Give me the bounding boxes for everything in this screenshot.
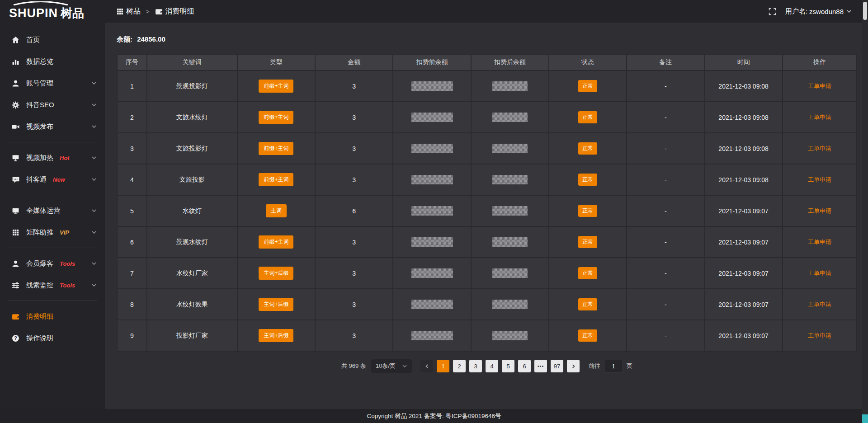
copyright-text: Copyright 树品 2021 备案号: 粤ICP备09019646号 [367,412,501,420]
remark-cell: - [627,195,704,226]
prev-page-button[interactable] [420,360,433,372]
sidebar-item-data-overview[interactable]: 数据总览 [0,51,105,72]
sidebar-item-matrix-boost[interactable]: 矩阵助推VIP [0,221,105,243]
work-order-link[interactable]: 工单申请 [808,145,831,152]
keyword-cell: 投影灯厂家 [147,320,237,351]
sidebar-item-label: 矩阵助推 [26,228,53,237]
sidebar-item-video-publish[interactable]: 视频发布 [0,116,105,137]
wallet-icon [11,313,20,320]
redacted-balance-after [492,268,528,278]
scrollbar-thumb[interactable] [863,2,867,20]
time-cell: 2021-12-03 09:08 [705,70,783,102]
page-button-4[interactable]: 4 [486,360,498,372]
chevron-down-icon [91,261,97,266]
fullscreen-icon[interactable] [769,8,776,15]
svg-text:?: ? [14,335,17,341]
breadcrumb-item-home[interactable]: 树品 [117,7,141,16]
chevron-down-icon [846,9,852,14]
sidebar-item-media-ops[interactable]: 全媒体运营 [0,200,105,221]
sidebar-item-label: 抖客通 [26,175,47,184]
work-order-link[interactable]: 工单申请 [808,207,831,214]
keyword-cell: 文旅投影灯 [147,133,237,164]
work-order-link[interactable]: 工单申请 [808,301,831,308]
sidebar-item-member-baoke[interactable]: 会员爆客Tools [0,253,105,274]
time-cell: 2021-12-03 09:07 [705,289,783,320]
sidebar-item-help[interactable]: ?操作说明 [0,327,105,349]
page-button-3[interactable]: 3 [469,360,482,372]
remark-cell: - [627,289,704,320]
time-cell: 2021-12-03 09:07 [705,320,783,351]
redacted-balance-after [492,113,528,122]
type-badge: 主词+后缀 [259,298,293,311]
wallet-icon [155,8,163,15]
table-row: 9投影灯厂家主词+后缀3正常-2021-12-03 09:07工单申请 [117,320,857,351]
chevron-down-icon [91,230,97,235]
remark-cell: - [627,320,704,351]
breadcrumb-separator: > [146,8,150,15]
sidebar-item-video-heat[interactable]: 视频加热Hot [0,147,105,169]
status-badge: 正常 [578,267,597,279]
breadcrumb: 树品 > 消费明细 [117,7,194,16]
sidebar-item-douketong[interactable]: 抖客通New [0,169,105,190]
sidebar-item-douyin-seo[interactable]: 抖音SEO [0,94,105,116]
work-order-link[interactable]: 工单申请 [808,83,831,89]
main-content: 余额: 24856.00 序号关键词类型金额扣费前余额扣费后余额状态备注时间操作… [105,23,868,409]
time-cell: 2021-12-03 09:08 [705,102,783,133]
work-order-link[interactable]: 工单申请 [808,176,831,183]
remark-cell: - [627,70,704,102]
table-row: 6景观水纹灯前缀+主词3正常-2021-12-03 09:07工单申请 [117,226,857,258]
redacted-balance-before [411,113,453,122]
screen-icon [11,154,20,162]
logo-arc-icon [12,1,70,5]
row-index: 7 [117,258,147,289]
table-row: 8水纹灯效果主词+后缀3正常-2021-12-03 09:07工单申请 [117,289,857,320]
page-button-97[interactable]: 97 [551,360,563,372]
redacted-balance-before [411,175,453,184]
goto-page-input[interactable] [604,360,623,372]
work-order-link[interactable]: 工单申请 [808,270,831,277]
page-size-select[interactable]: 10条/页 [371,359,412,373]
sidebar-item-label: 消费明细 [26,312,53,321]
keyword-cell: 景观水纹灯 [147,226,237,258]
app-logo: SHUPIN 树品 [0,1,105,21]
redacted-balance-before [411,268,453,278]
amount-cell: 3 [315,258,393,289]
sidebar-item-label: 数据总览 [26,57,53,66]
chevron-down-icon [91,177,97,182]
next-page-button[interactable] [567,360,580,372]
column-header-6: 状态 [549,54,627,70]
work-order-link[interactable]: 工单申请 [808,239,831,245]
chevron-down-icon [402,363,407,369]
amount-cell: 3 [315,320,393,351]
sidebar-item-account-manage[interactable]: 账号管理 [0,72,105,94]
page-button-1[interactable]: 1 [437,360,449,372]
breadcrumb-item-current[interactable]: 消费明细 [155,7,194,16]
table-row: 3文旅投影灯前缀+主词3正常-2021-12-03 09:08工单申请 [117,133,857,164]
sidebar-item-consume-detail[interactable]: 消费明细 [0,306,105,327]
page-button-6[interactable]: 6 [518,360,531,372]
chevron-down-icon [91,208,97,213]
sidebar-item-home[interactable]: 首页 [0,29,105,51]
status-badge: 正常 [578,298,597,310]
status-badge: 正常 [578,111,597,123]
redacted-balance-after [492,81,528,91]
scrollbar[interactable] [862,0,868,423]
type-badge: 前缀+主词 [259,235,293,249]
remark-cell: - [627,226,704,258]
work-order-link[interactable]: 工单申请 [808,332,831,339]
page-button-5[interactable]: 5 [502,360,514,372]
table-row: 5水纹灯主词6正常-2021-12-03 09:07工单申请 [117,195,857,226]
sidebar-item-clue-monitor[interactable]: 线索监控Tools [0,274,105,296]
more-pages-button[interactable]: ••• [534,360,547,372]
work-order-link[interactable]: 工单申请 [808,114,831,121]
column-header-1: 关键词 [147,54,237,70]
redacted-balance-after [492,175,528,184]
amount-cell: 3 [315,164,393,195]
goto-page: 前往 页 [589,360,632,372]
table-row: 7水纹灯厂家主词+后缀3正常-2021-12-03 09:07工单申请 [117,258,857,289]
logo-text-cn: 树品 [61,5,84,21]
scroll-corner-widget [862,414,868,423]
page-button-2[interactable]: 2 [453,360,466,372]
column-header-0: 序号 [117,54,147,70]
user-menu[interactable]: 用户名: zswodun88 [785,7,852,16]
